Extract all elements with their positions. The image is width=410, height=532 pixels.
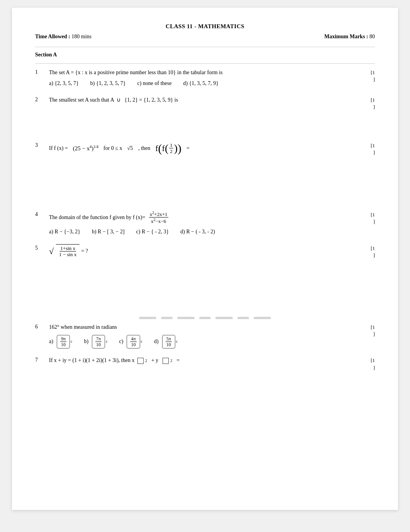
- q3-marks: [1]: [361, 141, 375, 156]
- section-divider: [35, 63, 375, 64]
- q7-text: If x + iy = (1 + i)(1 + 2i)(1 + 3i), the…: [49, 356, 361, 365]
- question-4: 4 The domain of the function f given by …: [35, 211, 375, 236]
- q5-text: √ 1+sin x 1 − sin x = ?: [49, 244, 361, 258]
- q6-number: 6: [35, 323, 49, 330]
- q4-content: The domain of the function f given by f …: [49, 211, 361, 236]
- q2-marks: [1]: [361, 96, 375, 110]
- section-a-label: Section A: [35, 52, 375, 58]
- spacer-after-q5b: [35, 290, 375, 313]
- question-1: 1 The set A = {x : x is a positive prime…: [35, 68, 375, 88]
- exam-page: CLASS 11 - MATHEMATICS Time Allowed : 18…: [12, 8, 398, 510]
- question-2: 2 The smallest set A such that A ∪ {1, 2…: [35, 96, 375, 110]
- q1-number: 1: [35, 68, 49, 75]
- q1-option-b: b) {1, 2, 3, 5, 7}: [90, 79, 126, 88]
- max-marks: Maximum Marks : 80: [324, 34, 375, 40]
- q6-content: 162° when measured in radians a) 9π 10 c…: [49, 323, 361, 348]
- q3-number: 3: [35, 141, 49, 148]
- q6-marks: [1]: [361, 323, 375, 338]
- q1-content: The set A = {x : x is a positive prime n…: [49, 68, 361, 88]
- q6-option-d: d) 5π 10 c: [154, 335, 178, 349]
- q7-number: 7: [35, 356, 49, 363]
- q6-option-b: b) 7π 10 c: [84, 335, 107, 349]
- spacer-after-q3b: [35, 187, 375, 211]
- q2-number: 2: [35, 96, 49, 103]
- q4-option-b: b) R − [ 3, − 2]: [92, 228, 125, 236]
- q1-option-a: a) {2, 3, 5, 7}: [49, 79, 79, 88]
- q4-options: a) R − {−3, 2} b) R − [ 3, − 2] c) R − {…: [49, 228, 361, 236]
- question-5: 5 √ 1+sin x 1 − sin x = ? [1]: [35, 244, 375, 259]
- q4-option-a: a) R − {−3, 2}: [49, 228, 80, 236]
- spacer-after-q2: [35, 118, 375, 141]
- q6-option-a: a) 9π 10 c: [49, 335, 72, 349]
- question-6: 6 162° when measured in radians a) 9π 10…: [35, 323, 375, 348]
- q4-marks: [1]: [361, 211, 375, 225]
- header-row: Time Allowed : 180 mins Maximum Marks : …: [35, 34, 375, 40]
- q4-number: 4: [35, 211, 49, 218]
- spacer-after-q5: [35, 267, 375, 290]
- q7-content: If x + iy = (1 + i)(1 + 2i)(1 + 3i), the…: [49, 356, 361, 365]
- spacer-after-q3: [35, 164, 375, 187]
- q6-options: a) 9π 10 c b) 7π 10: [49, 335, 361, 349]
- question-7: 7 If x + iy = (1 + i)(1 + 2i)(1 + 3i), t…: [35, 356, 375, 371]
- q4-text: The domain of the function f given by f …: [49, 211, 361, 225]
- watermark: [35, 317, 375, 319]
- q4-option-c: c) R − { - 2, 3}: [136, 228, 169, 236]
- q1-option-d: d) {1, 3, 5, 7, 9}: [183, 79, 219, 88]
- q7-marks: [1]: [361, 356, 375, 371]
- q2-text: The smallest set A such that A ∪ {1, 2} …: [49, 96, 361, 104]
- page-title: CLASS 11 - MATHEMATICS: [35, 23, 375, 30]
- q2-content: The smallest set A such that A ∪ {1, 2} …: [49, 96, 361, 104]
- q1-option-c: c) none of these: [137, 79, 171, 88]
- time-allowed: Time Allowed : 180 mins: [35, 34, 91, 40]
- header-divider: [35, 47, 375, 47]
- q1-options: a) {2, 3, 5, 7} b) {1, 2, 3, 5, 7} c) no…: [49, 79, 361, 88]
- question-3: 3 If f (x) = (25 − x4)1/4 for 0 ≤ x √5 ,…: [35, 141, 375, 156]
- q5-marks: [1]: [361, 244, 375, 259]
- q5-content: √ 1+sin x 1 − sin x = ?: [49, 244, 361, 258]
- q3-content: If f (x) = (25 − x4)1/4 for 0 ≤ x √5 , t…: [49, 141, 361, 155]
- q5-number: 5: [35, 244, 49, 251]
- q6-option-c: c) 4π 10 c: [119, 335, 142, 349]
- q1-text: The set A = {x : x is a positive prime n…: [49, 68, 361, 77]
- q1-marks: [1]: [361, 68, 375, 83]
- q4-option-d: d) R − ( - 3, - 2): [180, 228, 215, 236]
- q6-text: 162° when measured in radians: [49, 323, 361, 331]
- q3-text: If f (x) = (25 − x4)1/4 for 0 ≤ x √5 , t…: [49, 141, 361, 155]
